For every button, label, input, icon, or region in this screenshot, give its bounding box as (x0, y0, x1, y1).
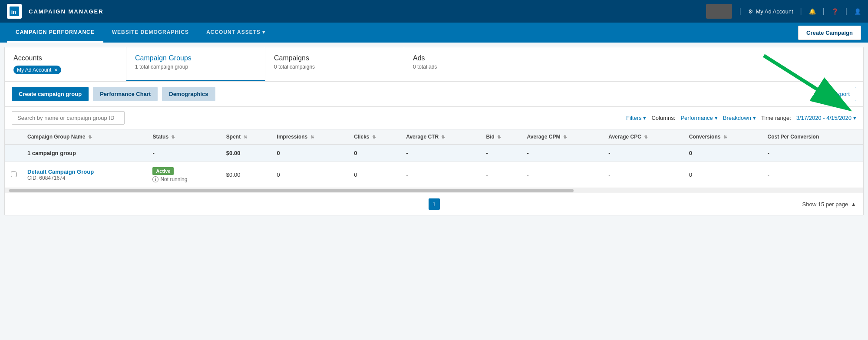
group-avg-cpc-cell: - (603, 145, 684, 162)
subnav-website-demographics[interactable]: WEBSITE DEMOGRAPHICS (103, 23, 198, 43)
demographics-button[interactable]: Demographics (162, 87, 215, 101)
campaigns-panel-subtitle: 0 total campaigns (274, 64, 395, 70)
campaign-group-link[interactable]: Default Campaign Group (27, 168, 142, 175)
group-conversions-cell: 0 (684, 145, 762, 162)
group-impressions-cell: 0 (272, 145, 349, 162)
columns-select[interactable]: Performance ▾ (680, 115, 717, 121)
row-checkbox[interactable] (11, 172, 17, 177)
campaign-groups-panel-title: Campaign Groups (135, 54, 256, 62)
row-status-cell: Active ℹ Not running (147, 162, 221, 188)
svg-text:in: in (11, 9, 17, 15)
breadcrumb-accounts[interactable]: Accounts My Ad Account ✕ (5, 47, 126, 81)
sort-icon-spent: ⇅ (244, 135, 247, 139)
top-navigation: in CAMPAIGN MANAGER | ⚙ My Ad Account | … (0, 0, 868, 23)
remove-account-icon[interactable]: ✕ (54, 67, 58, 73)
breakdown-select[interactable]: Breakdown ▾ (723, 115, 756, 121)
breadcrumb-panels: Accounts My Ad Account ✕ Campaign Groups… (5, 47, 863, 82)
sort-icon-status: ⇅ (171, 135, 175, 139)
chevron-up-icon: ▲ (851, 201, 856, 208)
linkedin-logo: in (7, 4, 22, 19)
row-impressions-cell: 0 (272, 162, 349, 188)
help-button[interactable]: ❓ (832, 8, 838, 15)
row-avg-cpc-cell: - (603, 162, 684, 188)
bell-icon: 🔔 (809, 8, 816, 15)
current-page-indicator[interactable]: 1 (429, 198, 440, 210)
col-name[interactable]: Campaign Group Name ⇅ (22, 129, 147, 145)
col-conversions[interactable]: Conversions ⇅ (684, 129, 762, 145)
main-content: Accounts My Ad Account ✕ Campaign Groups… (4, 47, 864, 215)
group-avg-cpm-cell: - (522, 145, 604, 162)
group-checkbox-cell (5, 145, 22, 162)
sort-icon-avg-cpm: ⇅ (563, 135, 567, 139)
row-clicks-cell: 0 (349, 162, 401, 188)
campaigns-panel-title: Campaigns (274, 54, 395, 62)
chevron-down-icon: ▾ (715, 115, 718, 121)
time-range-select[interactable]: 3/17/2020 - 4/15/2020 ▾ (796, 115, 856, 121)
table-row: Default Campaign Group CID: 608471674 Ac… (5, 162, 863, 188)
account-avatar-image (706, 4, 732, 19)
col-impressions[interactable]: Impressions ⇅ (272, 129, 349, 145)
columns-label: Columns: (651, 115, 675, 121)
campaign-cid: CID: 608471674 (27, 175, 142, 181)
campaign-groups-panel-subtitle: 1 total campaign group (135, 64, 256, 70)
sort-icon-avg-ctr: ⇅ (441, 135, 445, 139)
divider-2: | (800, 7, 802, 15)
show-per-page[interactable]: Show 15 per page ▲ (802, 201, 856, 208)
time-range-value: 3/17/2020 - 4/15/2020 (796, 115, 851, 121)
notifications-button[interactable]: 🔔 (809, 8, 816, 15)
col-spent[interactable]: Spent ⇅ (221, 129, 272, 145)
breadcrumb-campaign-groups[interactable]: Campaign Groups 1 total campaign group (126, 47, 265, 81)
gear-icon: ⚙ (748, 8, 753, 15)
horizontal-scrollbar[interactable] (5, 188, 863, 193)
col-status[interactable]: Status ⇅ (147, 129, 221, 145)
col-bid[interactable]: Bid ⇅ (481, 129, 522, 145)
row-avg-ctr-cell: - (401, 162, 481, 188)
account-badge[interactable]: My Ad Account ✕ (13, 66, 61, 74)
performance-chart-button[interactable]: Performance Chart (93, 87, 158, 101)
row-spent-cell: $0.00 (221, 162, 272, 188)
breadcrumb-campaigns[interactable]: Campaigns 0 total campaigns (265, 47, 404, 81)
sort-icon-clicks: ⇅ (372, 135, 376, 139)
columns-value: Performance (680, 115, 713, 121)
info-icon: ℹ (152, 176, 158, 182)
row-conversions-cell: 0 (684, 162, 762, 188)
row-bid-cell: - (481, 162, 522, 188)
row-avg-cpm-cell: - (522, 162, 604, 188)
user-avatar-button[interactable]: 👤 (854, 8, 861, 15)
filters-button[interactable]: Filters ▾ (626, 115, 646, 121)
table-toolbar: Create campaign group Performance Chart … (5, 82, 863, 107)
user-avatar-icon: 👤 (854, 8, 861, 15)
chevron-down-icon: ▾ (262, 29, 265, 35)
settings-button[interactable]: ⚙ My Ad Account (748, 8, 793, 15)
row-name-cell: Default Campaign Group CID: 608471674 (22, 162, 147, 188)
group-cost-per-conversion-cell: - (762, 145, 863, 162)
ads-panel-title: Ads (413, 54, 855, 62)
create-campaign-button[interactable]: Create Campaign (798, 26, 861, 40)
breadcrumb-ads[interactable]: Ads 0 total ads (404, 47, 863, 81)
group-name-cell: 1 campaign group (22, 145, 147, 162)
col-avg-cpc[interactable]: Average CPC ⇅ (603, 129, 684, 145)
subnav-campaign-performance[interactable]: CAMPAIGN PERFORMANCE (7, 23, 103, 43)
group-name: 1 campaign group (27, 150, 76, 156)
group-status-cell: - (147, 145, 221, 162)
col-avg-cpm[interactable]: Average CPM ⇅ (522, 129, 604, 145)
create-campaign-group-button[interactable]: Create campaign group (12, 87, 89, 101)
col-cost-per-conversion[interactable]: Cost Per Conversion (762, 129, 863, 145)
breakdown-label: Breakdown (723, 115, 751, 121)
subnav-account-assets[interactable]: ACCOUNT ASSETS ▾ (198, 23, 274, 43)
question-circle-icon: ❓ (832, 8, 838, 15)
sort-icon-bid: ⇅ (497, 135, 501, 139)
status-active-badge: Active (152, 167, 174, 175)
col-clicks[interactable]: Clicks ⇅ (349, 129, 401, 145)
divider-1: | (739, 7, 741, 15)
scroll-thumb[interactable] (9, 189, 574, 192)
account-badge-label: My Ad Account (17, 67, 51, 73)
not-running-status: ℹ Not running (152, 176, 215, 182)
row-checkbox-cell[interactable] (5, 162, 22, 188)
col-avg-ctr[interactable]: Average CTR ⇅ (401, 129, 481, 145)
table-header-row: Campaign Group Name ⇅ Status ⇅ Spent ⇅ I… (5, 129, 863, 145)
sub-navigation: CAMPAIGN PERFORMANCE WEBSITE DEMOGRAPHIC… (0, 23, 868, 43)
search-input[interactable] (12, 111, 125, 125)
export-button[interactable]: Export (827, 87, 856, 101)
accounts-panel-title: Accounts (13, 54, 117, 62)
